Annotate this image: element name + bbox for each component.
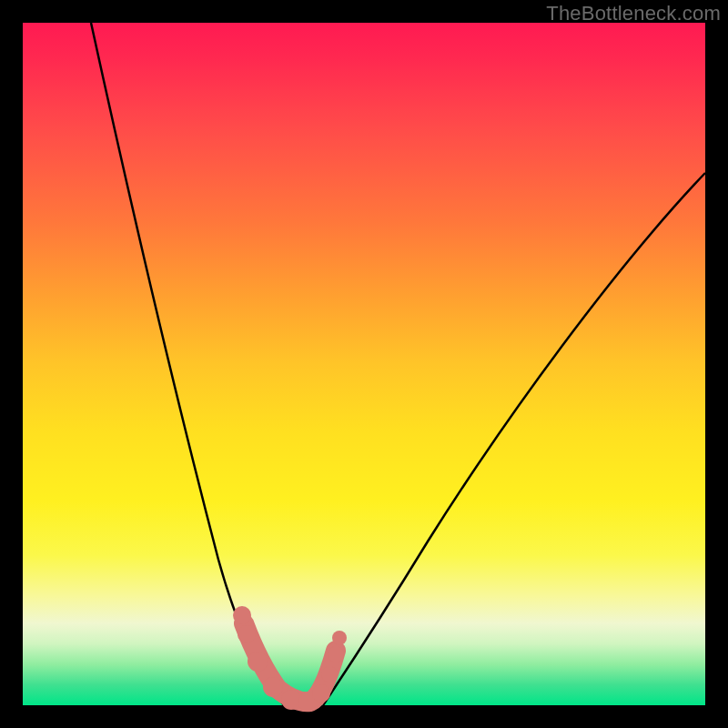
svg-point-0: [233, 606, 251, 624]
right-curve: [323, 173, 705, 705]
svg-point-3: [263, 677, 283, 697]
svg-point-2: [248, 652, 268, 672]
svg-point-6: [312, 684, 330, 703]
svg-point-8: [328, 646, 344, 662]
watermark-text: TheBottleneck.com: [546, 2, 721, 25]
svg-point-7: [321, 666, 338, 682]
left-curve: [91, 23, 284, 705]
chart-svg: [23, 23, 705, 705]
svg-point-4: [281, 690, 301, 710]
chart-frame: [23, 23, 705, 705]
svg-point-9: [332, 631, 347, 645]
svg-point-1: [238, 625, 256, 643]
